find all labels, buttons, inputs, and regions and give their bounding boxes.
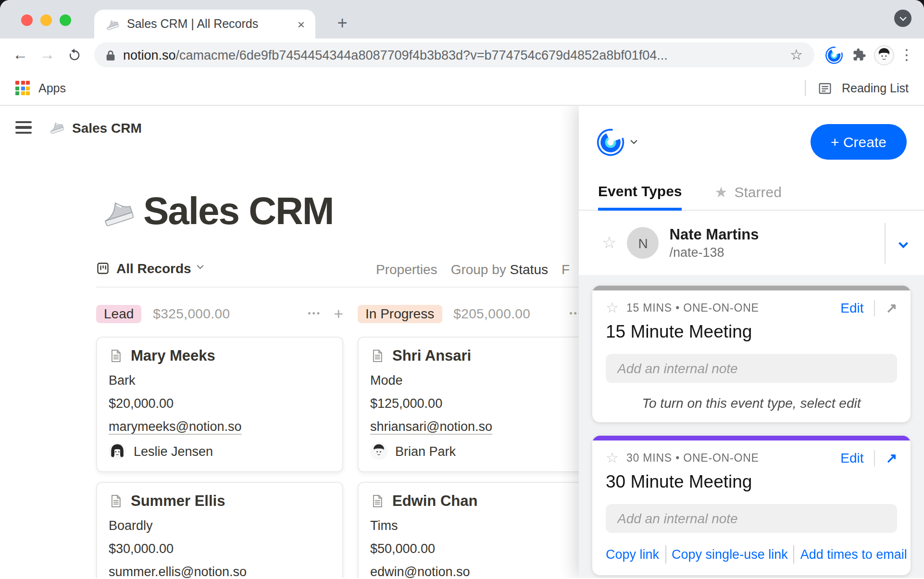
record-email-link[interactable]: edwin@notion.so — [370, 565, 592, 578]
user-avatar: N — [627, 227, 659, 259]
internal-note-input[interactable] — [606, 354, 897, 383]
expand-chevron-icon[interactable] — [900, 234, 907, 252]
column-add-icon[interactable]: + — [334, 305, 343, 322]
event-color-bar — [592, 286, 911, 290]
record-company: Boardly — [109, 518, 331, 533]
document-icon — [370, 493, 385, 509]
record-amount: $20,000.00 — [109, 396, 331, 411]
tab-event-types[interactable]: Event Types — [598, 183, 682, 211]
link-divider — [794, 545, 795, 564]
column-sum: $325,000.00 — [153, 306, 230, 321]
hamburger-menu-icon[interactable] — [15, 121, 32, 134]
calendly-user-row[interactable]: ☆ N Nate Martins /nate-138 — [579, 211, 924, 275]
browser-tab[interactable]: Sales CRM | All Records × — [94, 10, 315, 38]
apps-bookmark[interactable]: Apps — [38, 81, 66, 95]
tab-starred[interactable]: ★ Starred — [715, 183, 782, 210]
avatar — [109, 442, 126, 460]
copy-single-use-link-button[interactable]: Copy single-use link — [672, 547, 788, 562]
zoom-window-button[interactable] — [60, 14, 71, 26]
calendly-account-switcher[interactable] — [596, 127, 636, 156]
browser-window: Sales CRM | All Records × + ← → notion.s… — [0, 0, 924, 579]
tab-close-icon[interactable]: × — [298, 18, 305, 30]
browser-menu-icon[interactable]: ⋮ — [897, 46, 916, 63]
event-meta: 15 MINS • ONE-ON-ONE — [626, 302, 759, 314]
calendly-extension-icon[interactable] — [822, 46, 845, 64]
edit-link[interactable]: Edit — [840, 450, 863, 466]
record-amount: $30,000.00 — [109, 541, 331, 556]
close-window-button[interactable] — [21, 14, 33, 26]
record-email-link[interactable]: summer.ellis@notion.so — [109, 565, 331, 578]
record-company: Mode — [370, 373, 592, 388]
owner-name: Leslie Jensen — [134, 444, 213, 458]
record-email-link[interactable]: shriansari@notion.so — [370, 419, 592, 434]
view-selector[interactable]: All Records — [96, 261, 202, 276]
event-title: 15 Minute Meeting — [606, 321, 897, 342]
page-title: Sales CRM — [143, 191, 334, 230]
create-button[interactable]: + Create — [811, 124, 907, 160]
minimize-window-button[interactable] — [40, 14, 52, 26]
record-amount: $50,000.00 — [370, 541, 592, 556]
avatar — [370, 442, 387, 460]
window-controls — [21, 14, 71, 26]
add-times-to-email-button[interactable]: Add times to email — [800, 547, 907, 562]
tab-search-button[interactable] — [894, 10, 912, 27]
reload-button[interactable] — [62, 48, 87, 62]
filter-button[interactable]: Filter — [562, 262, 570, 277]
star-outline-icon[interactable]: ☆ — [606, 449, 619, 466]
status-badge[interactable]: In Progress — [358, 304, 442, 323]
event-card-30-min[interactable]: ☆ 30 MINS • ONE-ON-ONE Edit ↗ 30 Minute … — [592, 436, 911, 575]
bookmark-star-icon[interactable]: ☆ — [790, 46, 803, 63]
page-emoji-sneaker-icon — [100, 195, 135, 230]
apps-grid-icon — [15, 81, 30, 95]
record-card-mary-meeks[interactable]: Mary Meeks Bark $20,000.00 marymeeks@not… — [96, 337, 343, 472]
reading-list-icon[interactable] — [817, 80, 832, 96]
status-badge[interactable]: Lead — [96, 304, 141, 323]
group-by-label: Group by — [451, 262, 506, 277]
group-by-button[interactable]: Group by Status — [451, 262, 548, 277]
record-card-edwin-chan[interactable]: Edwin Chan Tims $50,000.00 edwin@notion.… — [358, 482, 605, 578]
event-card-15-min[interactable]: ☆ 15 MINS • ONE-ON-ONE Edit ↗ 15 Minute … — [592, 286, 911, 422]
user-name: Nate Martins — [670, 226, 759, 243]
external-link-icon[interactable]: ↗ — [886, 450, 897, 466]
record-owner: Leslie Jensen — [109, 442, 331, 460]
profile-avatar[interactable] — [872, 45, 895, 65]
edit-link[interactable]: Edit — [840, 300, 863, 315]
record-company: Bark — [109, 373, 331, 388]
internal-note-input[interactable] — [606, 504, 897, 533]
calendly-header: + Create — [579, 106, 924, 160]
filter-label: Filter — [562, 262, 570, 277]
document-icon — [370, 348, 385, 364]
record-email-link[interactable]: marymeeks@notion.so — [109, 419, 331, 434]
column-header: Lead $325,000.00 ••• + — [96, 300, 343, 327]
url-bar[interactable]: notion.so/camacme/6de9fb7454454344a80877… — [94, 42, 814, 67]
new-tab-button[interactable]: + — [333, 13, 352, 34]
column-sum: $205,000.00 — [453, 306, 530, 321]
browser-toolbar: ← → notion.so/camacme/6de9fb7454454344a8… — [0, 38, 924, 71]
record-amount: $125,000.00 — [370, 396, 592, 411]
calendly-logo-icon — [596, 127, 625, 156]
copy-link-button[interactable]: Copy link — [606, 547, 659, 562]
external-link-icon[interactable]: ↗ — [886, 300, 897, 315]
record-card-summer-ellis[interactable]: Summer Ellis Boardly $30,000.00 summer.e… — [96, 482, 343, 578]
event-type-list: ☆ 15 MINS • ONE-ON-ONE Edit ↗ 15 Minute … — [579, 275, 924, 578]
reading-list-label[interactable]: Reading List — [842, 81, 909, 95]
column-menu-icon[interactable]: ••• — [308, 309, 321, 318]
workspace-breadcrumb[interactable]: Sales CRM — [48, 119, 142, 136]
event-color-bar — [592, 436, 911, 441]
chevron-down-icon — [631, 138, 637, 144]
column-header: In Progress $205,000.00 ••• + — [358, 300, 605, 327]
chevron-down-icon — [900, 14, 906, 20]
document-icon — [109, 348, 123, 364]
record-card-shri-ansari[interactable]: Shri Ansari Mode $125,000.00 shriansari@… — [358, 337, 605, 472]
lock-icon — [106, 49, 115, 61]
event-actions: Copy link Copy single-use link Add times… — [606, 545, 897, 564]
link-divider — [665, 545, 666, 564]
extensions-puzzle-icon[interactable] — [847, 47, 870, 63]
star-outline-icon[interactable]: ☆ — [602, 233, 617, 253]
bookmarks-divider — [804, 80, 805, 96]
forward-button[interactable]: → — [35, 47, 60, 63]
document-icon — [109, 493, 123, 509]
star-outline-icon[interactable]: ☆ — [606, 299, 619, 316]
back-button[interactable]: ← — [8, 47, 33, 63]
properties-button[interactable]: Properties — [376, 262, 437, 277]
